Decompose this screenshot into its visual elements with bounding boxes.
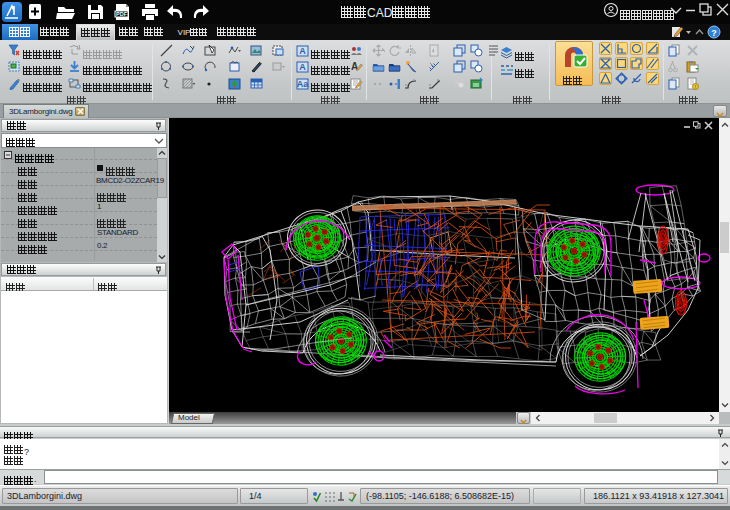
svg-text:?: ? (711, 28, 717, 38)
svg-text:A: A (299, 62, 306, 72)
svg-text:PDF: PDF (116, 11, 128, 17)
svg-text:!: ! (695, 84, 696, 90)
svg-text:Aa: Aa (297, 79, 309, 89)
svg-text:A: A (299, 46, 306, 56)
